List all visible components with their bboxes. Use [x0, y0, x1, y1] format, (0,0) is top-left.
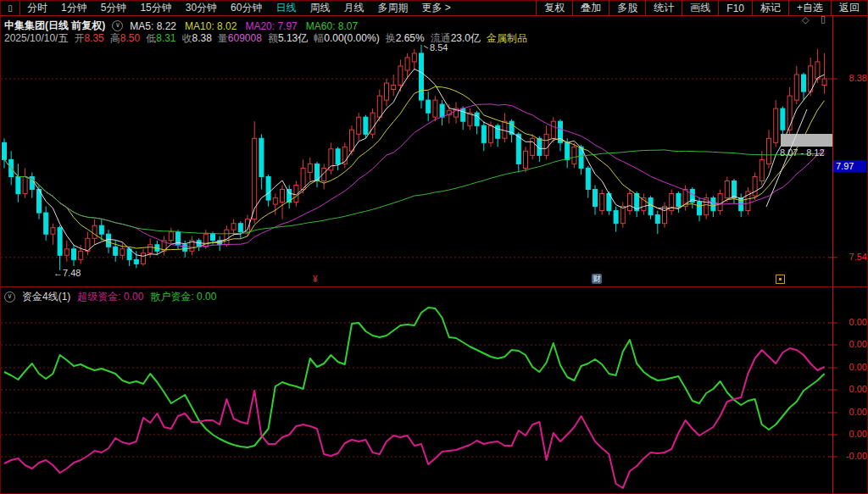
period-item-10[interactable]: 更多 >: [415, 1, 457, 15]
period-item-2[interactable]: 5分钟: [94, 1, 134, 15]
report-marker-icon[interactable]: 财: [592, 274, 602, 284]
sub-chart-group: [1, 308, 837, 488]
ma-label-0: MA5: 8.22: [130, 20, 176, 32]
ma-label-3: MA60: 8.07: [306, 20, 358, 32]
quote-field-3: 低8.31: [146, 31, 175, 46]
axis-price-low: 7.54: [838, 252, 867, 262]
period-item-7[interactable]: 周线: [303, 1, 337, 15]
action-button-3[interactable]: 统计: [645, 1, 682, 15]
sub-axis-label-5: 0.00: [833, 429, 867, 439]
super-fund-value: 超级资金: 0.00: [77, 290, 143, 304]
period-item-8[interactable]: 月线: [337, 1, 370, 15]
sub-panel-header: ∨ 资金4线(1) 超级资金: 0.00 散户资金: 0.00: [4, 290, 216, 304]
quote-field-2: 高8.50: [110, 31, 140, 46]
action-button-1[interactable]: 叠加: [572, 1, 609, 15]
phone-icon[interactable]: ▯: [821, 14, 826, 25]
indicator-name: 资金4线(1): [22, 290, 70, 304]
period-item-0[interactable]: 分时: [20, 1, 54, 15]
sub-axis-label-1: 0.00: [833, 339, 867, 349]
sub-axis-label-3: 0.00: [833, 384, 867, 394]
quote-field-7: 幅0.00(0.00%): [314, 31, 379, 46]
quote-field-5: 量609008: [218, 31, 262, 46]
quote-field-8: 换2.65%: [386, 31, 425, 46]
dividend-marker-icon[interactable]: ¥: [313, 275, 318, 284]
action-button-6[interactable]: 标记: [752, 1, 788, 15]
period-menu: 分时1分钟5分钟15分钟30分钟60分钟日线周线月线多周期更多 >: [20, 1, 458, 15]
sub-axis-label-2: 0.00: [833, 362, 867, 372]
main-chart-group: [1, 45, 837, 270]
announcement-marker-icon[interactable]: [776, 275, 785, 284]
panel-separator: [1, 286, 868, 287]
top-toolbar: ▯ 分时1分钟5分钟15分钟30分钟60分钟日线周线月线多周期更多 > 复权叠加…: [1, 1, 867, 16]
ma-label-2: MA20: 7.97: [245, 20, 297, 32]
range-annotation: 8.07 - 8.12: [780, 147, 825, 158]
diamond-icon[interactable]: ◇: [802, 14, 809, 25]
quote-field-10: 金属制品: [487, 31, 527, 46]
period-item-5[interactable]: 60分钟: [224, 1, 269, 15]
quote-field-4: 收8.38: [181, 31, 211, 46]
collapse-chevron-icon[interactable]: ∨: [4, 291, 15, 303]
action-button-0[interactable]: 复权: [536, 1, 572, 15]
quote-field-0: 2025/10/10/五: [4, 31, 68, 46]
period-item-6[interactable]: 日线: [269, 1, 303, 15]
sub-axis-label-4: 0.00: [833, 407, 867, 417]
axis-price-high: 8.38: [838, 73, 867, 83]
action-button-8[interactable]: 返回: [831, 1, 867, 15]
action-button-2[interactable]: 多股: [609, 1, 645, 15]
chevron-down-icon[interactable]: ∨: [112, 20, 123, 31]
chart-canvas[interactable]: [1, 1, 868, 494]
quote-field-6: 额5.13亿: [268, 31, 308, 46]
high-annotation: 8.54: [430, 42, 448, 53]
action-menu: 复权叠加多股统计画线F10标记+自选返回: [536, 1, 867, 15]
current-price-badge: 7.97: [833, 160, 866, 172]
ma-label-1: MA10: 8.02: [185, 20, 236, 32]
app-window: ▯ 分时1分钟5分钟15分钟30分钟60分钟日线周线月线多周期更多 > 复权叠加…: [0, 0, 868, 494]
action-button-5[interactable]: F10: [718, 1, 752, 15]
period-item-9[interactable]: 多周期: [370, 1, 415, 15]
period-item-4[interactable]: 30分钟: [179, 1, 224, 15]
window-icon-glyph: ▯: [8, 3, 13, 13]
action-button-4[interactable]: 画线: [682, 1, 718, 15]
window-mode-icon[interactable]: ▯: [1, 2, 20, 15]
retail-fund-value: 散户资金: 0.00: [150, 290, 216, 304]
quote-field-1: 开8.35: [74, 31, 103, 46]
low-annotation: ←7.48: [53, 268, 81, 278]
period-item-3[interactable]: 15分钟: [133, 1, 178, 15]
sub-axis-label-0: 0.00: [833, 317, 867, 327]
sub-axis-label-6: -0.00: [833, 451, 867, 461]
ma-labels: MA5: 8.22MA10: 8.02MA20: 7.97MA60: 8.07: [130, 20, 358, 32]
period-item-1[interactable]: 1分钟: [54, 1, 94, 15]
quote-line: 2025/10/10/五开8.35高8.50低8.31收8.38量609008额…: [4, 31, 533, 46]
